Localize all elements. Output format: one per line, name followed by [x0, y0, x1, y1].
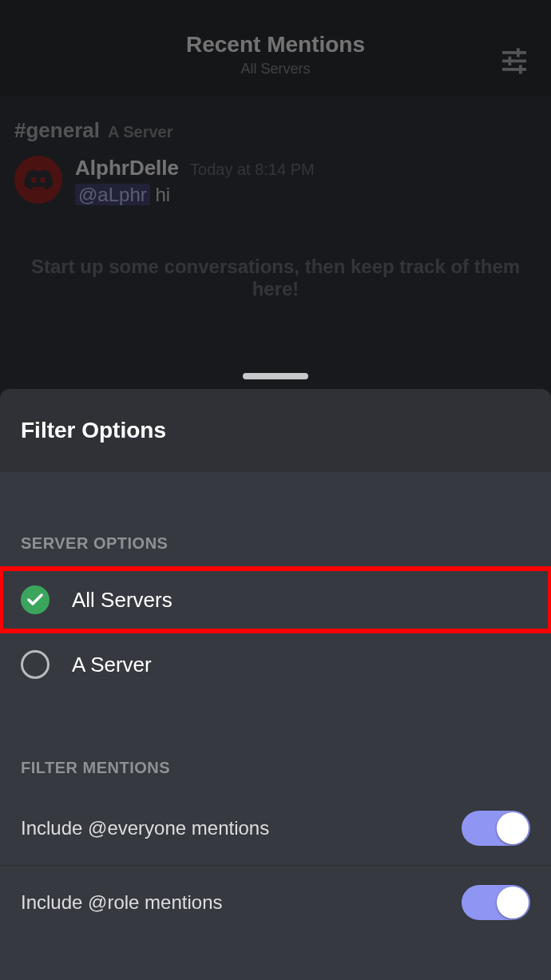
toggle-role-row[interactable]: Include @role mentions — [0, 865, 551, 939]
toggle-everyone-row[interactable]: Include @everyone mentions — [0, 792, 551, 865]
filter-sheet: Filter Options SERVER OPTIONS All Server… — [0, 389, 551, 980]
toggle-label: Include @role mentions — [21, 891, 223, 914]
app-screen: Recent Mentions All Servers #general A S… — [0, 0, 551, 980]
check-icon — [21, 585, 50, 614]
option-label: All Servers — [72, 588, 172, 613]
filter-mentions-label: FILTER MENTIONS — [0, 741, 551, 792]
toggle-label: Include @everyone mentions — [21, 817, 269, 839]
option-a-server[interactable]: A Server — [0, 632, 551, 696]
radio-icon — [21, 650, 50, 679]
toggle-switch[interactable] — [462, 811, 530, 846]
option-label: A Server — [72, 653, 152, 677]
sheet-title: Filter Options — [0, 389, 551, 472]
server-options-label: SERVER OPTIONS — [0, 517, 551, 567]
toggle-switch[interactable] — [462, 885, 530, 920]
option-all-servers[interactable]: All Servers — [0, 567, 551, 632]
sheet-handle[interactable] — [243, 373, 308, 379]
